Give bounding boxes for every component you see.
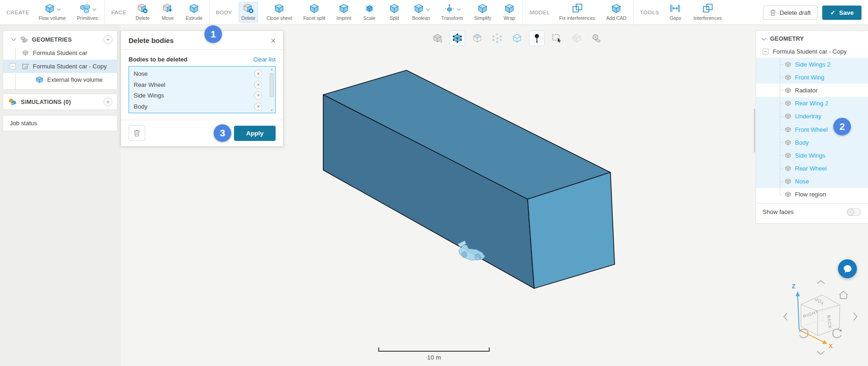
scroll-thumb[interactable] [270, 73, 274, 97]
geometry-item-radiator[interactable]: Radiator [756, 84, 868, 97]
support-chat-button[interactable] [838, 259, 857, 278]
remove-item-icon[interactable]: × [254, 103, 262, 110]
toolbar-item-label: Simplify [474, 15, 492, 21]
rotate-down-chevron[interactable] [817, 351, 825, 354]
face-select-icon[interactable] [469, 30, 485, 46]
toolbar-item-tools-interferences[interactable]: Interferences [690, 2, 724, 23]
box-select-icon[interactable] [549, 30, 565, 46]
scroll-up-icon[interactable]: ▲ [269, 67, 274, 71]
view-cube[interactable]: RIGHT BACK TOP Z X [779, 275, 862, 360]
cube-face-top-label[interactable]: TOP [813, 296, 825, 306]
toolbar-item-body-delete[interactable]: Delete [239, 2, 258, 23]
toolbar-item-body-split[interactable]: Split [385, 2, 404, 23]
toolbar-item-face-move[interactable]: Move [158, 2, 178, 23]
toolbar-item-model-fix-interferences[interactable]: Fix interferences [556, 2, 598, 23]
chevron-down-icon[interactable] [92, 6, 96, 10]
toolbar-section-tools: TOOLSGapsInterferences [633, 0, 728, 24]
tree-item-formula-student-car[interactable]: Formula Student car [3, 46, 117, 60]
scroll-down-icon[interactable]: ▼ [269, 109, 274, 112]
toolbar-item-body-wrap[interactable]: Wrap [499, 2, 519, 23]
geometry-item-body[interactable]: Body [756, 136, 868, 149]
geometries-header[interactable]: GEOMETRIES + [3, 33, 117, 46]
simulations-header[interactable]: SIMULATIONS (0) + [3, 94, 117, 110]
scale-bar-label: 10 m [378, 354, 490, 361]
toolbar-section-model: MODELFix interferencesAdd CAD [523, 0, 633, 24]
geometry-item-front-wing[interactable]: Front Wing [756, 71, 868, 84]
toolbar-item-body-imprint[interactable]: Imprint [334, 2, 354, 23]
toolbar-item-face-extrude[interactable]: Extrude [183, 2, 205, 23]
bodies-list-item-rear-wheel[interactable]: Rear Wheel× [129, 79, 275, 91]
measure-icon[interactable] [589, 30, 604, 46]
bodies-list-item-body[interactable]: Body× [129, 101, 275, 112]
scrollbar[interactable] [754, 109, 755, 152]
toolbar-item-body-close-sheet[interactable]: Close sheet [264, 2, 295, 23]
geometry-panel-header[interactable]: GEOMETRY [756, 31, 868, 45]
edge-select-icon[interactable] [509, 30, 525, 46]
remove-item-icon[interactable]: × [254, 81, 262, 89]
add-simulation-button[interactable]: + [104, 98, 112, 106]
chevron-down-icon[interactable] [57, 6, 61, 10]
geometry-item-undertray[interactable]: Undertray [756, 110, 868, 123]
geometry-item-rear-wheel[interactable]: Rear Wheel [756, 162, 868, 175]
toolbar-item-body-simplify[interactable]: Simplify [472, 2, 494, 23]
geometry-item-side-wings[interactable]: Side Wings [756, 149, 868, 162]
assembly-select-icon[interactable] [569, 30, 585, 46]
bodies-list-item-side-wings[interactable]: Side Wings× [129, 90, 275, 101]
toolbar-item-label: Interferences [693, 15, 721, 21]
toolbar-item-face-delete[interactable]: Delete [133, 2, 152, 23]
geometry-cube-icon [785, 191, 791, 197]
geometry-root-label: Formula Student car - Copy [773, 48, 847, 55]
geometry-root-item[interactable]: − Formula Student car - Copy [756, 45, 868, 58]
tree-item-external-flow-volume[interactable]: External flow volume [3, 73, 117, 86]
remove-item-icon[interactable]: × [254, 92, 262, 99]
volume-select-icon[interactable] [430, 30, 445, 46]
body-select-icon[interactable] [449, 30, 465, 46]
collapse-expander[interactable]: − [10, 63, 16, 69]
bodies-list[interactable]: Nose×Rear Wheel×Side Wings×Body× ▲ ▼ [129, 66, 276, 113]
dialog-footer: Apply [121, 120, 283, 146]
probe-point-icon[interactable] [529, 30, 545, 46]
show-faces-toggle[interactable] [847, 208, 861, 216]
geometry-item-nose[interactable]: Nose [756, 175, 868, 188]
geometry-item-front-wheel[interactable]: Front Wheel [756, 123, 868, 136]
job-status-label: Job status [3, 116, 117, 131]
list-scrollbar[interactable]: ▲ ▼ [269, 67, 274, 112]
rotate-up-chevron[interactable] [817, 281, 825, 284]
toolbar-item-body-scale[interactable]: Scale [360, 2, 379, 23]
toolbar-item-body-boolean[interactable]: Boolean [410, 2, 433, 23]
bodies-list-item-nose[interactable]: Nose× [129, 68, 275, 79]
save-button[interactable]: ✓ Save [822, 6, 862, 20]
clear-list-link[interactable]: Clear list [253, 56, 276, 63]
add-geometry-button[interactable]: + [104, 35, 112, 44]
delete-draft-button[interactable]: Delete draft [763, 6, 818, 20]
geometry-item-flow-region[interactable]: Flow region [756, 188, 868, 201]
left-sidebar: GEOMETRIES + Formula Student car − Formu… [0, 25, 121, 366]
vertex-select-icon[interactable] [489, 30, 505, 46]
home-view-icon[interactable] [839, 291, 848, 299]
close-icon[interactable]: × [271, 37, 276, 44]
toolbar-item-create-primitives[interactable]: Primitives [74, 2, 101, 23]
apply-button[interactable]: Apply [234, 126, 276, 141]
toolbar-item-create-flow-volume[interactable]: Flow volume [36, 2, 68, 23]
chevron-down-icon[interactable] [426, 6, 430, 10]
extrude-icon [189, 4, 199, 15]
delete-operation-button[interactable] [129, 125, 145, 141]
toolbar-item-body-transform[interactable]: Transform [438, 2, 466, 23]
toolbar-item-tools-gaps[interactable]: Gaps [665, 2, 685, 23]
cube-face-back-label[interactable]: BACK [826, 315, 833, 329]
chevron-down-icon[interactable] [457, 6, 461, 10]
remove-item-icon[interactable]: × [254, 70, 262, 78]
toolbar-item-body-facet-split[interactable]: Facet split [301, 2, 328, 23]
collapse-expander[interactable]: − [763, 49, 769, 55]
geometry-item-rear-wing-2[interactable]: Rear Wing 2 [756, 97, 868, 110]
dialog-title: Delete bodies [129, 37, 174, 44]
cube-face-right-label[interactable]: RIGHT [802, 309, 819, 319]
rotate-right-chevron[interactable] [854, 313, 857, 320]
geometry-item-label: Rear Wheel [795, 165, 827, 172]
toolbar-item-model-add-cad[interactable]: Add CAD [603, 2, 629, 23]
rotate-left-chevron[interactable] [784, 313, 787, 320]
geometry-item-label: Flow region [795, 191, 826, 198]
tree-item-formula-student-car-copy[interactable]: − Formula Student car - Copy [3, 60, 117, 73]
geometry-item-label: Side Wings 2 [795, 61, 831, 68]
geometry-item-side-wings-2[interactable]: Side Wings 2 [756, 58, 868, 71]
